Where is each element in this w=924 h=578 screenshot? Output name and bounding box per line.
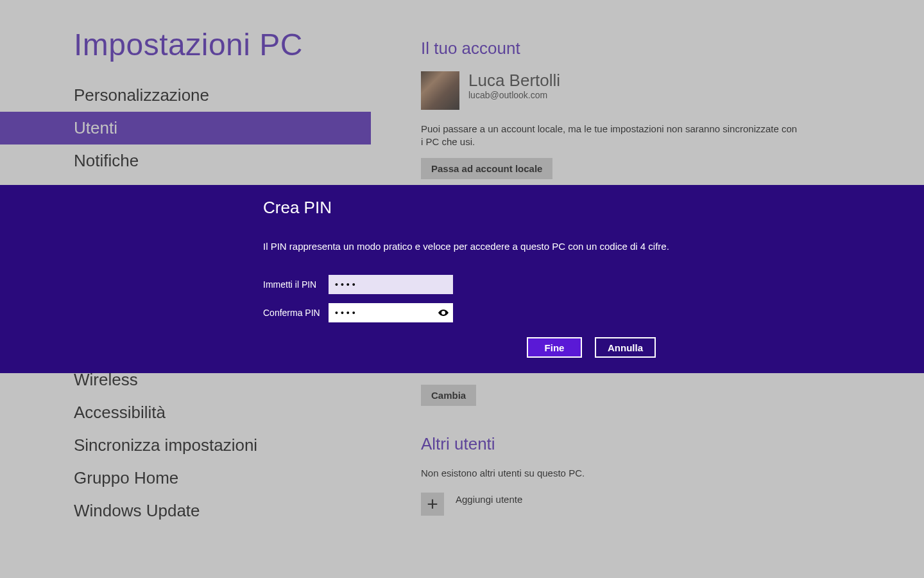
sidebar-item-accessibilita[interactable]: Accessibilità: [0, 396, 371, 429]
reveal-password-icon[interactable]: [438, 308, 449, 317]
confirm-pin-label: Conferma PIN: [263, 308, 329, 318]
other-users-empty: Non esistono altri utenti su questo PC.: [421, 467, 800, 480]
dialog-description: Il PIN rappresenta un modo pratico e vel…: [263, 241, 712, 252]
sidebar-item-windows-update[interactable]: Windows Update: [0, 495, 371, 527]
sidebar-item-sincronizza[interactable]: Sincronizza impostazioni: [0, 429, 371, 462]
confirm-pin-input[interactable]: [329, 303, 453, 322]
avatar: [421, 71, 459, 110]
finish-button[interactable]: Fine: [527, 337, 582, 358]
account-name: Luca Bertolli: [468, 71, 560, 90]
sidebar-item-utenti[interactable]: Utenti: [0, 112, 371, 144]
other-users-heading: Altri utenti: [421, 434, 886, 454]
add-user-label: Aggiungi utente: [456, 490, 522, 505]
switch-local-account-button[interactable]: Passa ad account locale: [421, 158, 552, 179]
dialog-title: Crea PIN: [263, 198, 712, 218]
plus-icon[interactable]: +: [421, 493, 444, 516]
cancel-button[interactable]: Annulla: [595, 337, 656, 358]
sidebar-item-gruppo-home[interactable]: Gruppo Home: [0, 462, 371, 495]
account-row: Luca Bertolli lucab@outlook.com: [421, 71, 886, 110]
account-email: lucab@outlook.com: [468, 90, 560, 100]
sidebar-item-personalizzazione[interactable]: Personalizzazione: [0, 79, 371, 112]
change-button[interactable]: Cambia: [421, 385, 476, 406]
enter-pin-input[interactable]: [329, 275, 453, 294]
create-pin-dialog: Crea PIN Il PIN rappresenta un modo prat…: [0, 185, 924, 373]
add-user-row[interactable]: + Aggiungi utente: [421, 490, 886, 516]
sidebar-item-notifiche[interactable]: Notifiche: [0, 144, 371, 177]
account-heading: Il tuo account: [421, 39, 886, 58]
enter-pin-label: Immetti il PIN: [263, 279, 329, 290]
svg-point-0: [443, 312, 445, 314]
account-description: Puoi passare a un account locale, ma le …: [421, 123, 800, 149]
app-title: Impostazioni PC: [74, 27, 371, 62]
